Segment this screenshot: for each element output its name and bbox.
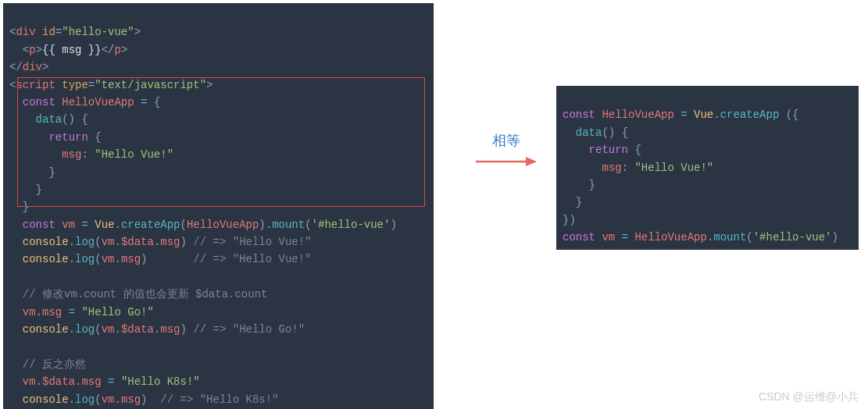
code-line: // 反之亦然 [9, 358, 86, 371]
code-line: vm.msg = "Hello Go!" [9, 306, 154, 318]
code-line: <p>{{ msg }}</p> [9, 44, 127, 56]
code-line: console.log(vm.$data.msg) // => "Hello G… [9, 323, 305, 336]
code-line: msg: "Hello Vue!" [563, 162, 713, 174]
code-line: </div> [9, 61, 48, 73]
code-line: const HelloVueApp = { [9, 96, 160, 108]
left-code-block: <div id="hello-vue"> <p>{{ msg }}</p> </… [3, 3, 434, 409]
code-line [9, 340, 16, 353]
code-line: console.log(vm.msg) // => "Hello Vue!" [9, 253, 312, 265]
code-line: const vm = Vue.createApp(HelloVueApp).mo… [9, 219, 397, 231]
code-line: return { [563, 144, 641, 156]
code-line: data() { [9, 113, 88, 126]
code-line: <div id="hello-vue"> [9, 26, 141, 38]
code-line: data() { [563, 126, 628, 139]
equals-arrow: 相等 [474, 131, 538, 169]
code-line: } [9, 201, 29, 213]
watermark: CSDN @运维@小兵 [759, 390, 859, 404]
code-line: vm.$data.msg = "Hello K8s!" [9, 375, 200, 388]
code-line: return { [9, 131, 102, 144]
code-line: const vm = HelloVueApp.mount('#hello-vue… [563, 231, 838, 244]
code-line: } [9, 166, 55, 179]
right-code-block: const HelloVueApp = Vue.createApp ({ dat… [556, 86, 859, 250]
code-line: console.log(vm.msg) // => "Hello K8s!" [9, 393, 279, 406]
code-line: const HelloVueApp = Vue.createApp ({ [563, 108, 799, 121]
code-line [9, 271, 16, 283]
code-line: console.log(vm.$data.msg) // => "Hello V… [9, 236, 312, 248]
code-line: } [563, 196, 582, 208]
code-line: } [9, 183, 42, 196]
code-line: }) [563, 214, 576, 226]
arrow-label: 相等 [474, 131, 538, 150]
code-line: } [563, 179, 595, 191]
code-line: msg: "Hello Vue!" [9, 148, 173, 161]
svg-marker-1 [526, 157, 537, 166]
code-line: // 修改vm.count 的值也会更新 $data.count [9, 288, 267, 301]
code-line: <script type="text/javascript"> [9, 79, 213, 91]
arrow-icon [474, 155, 538, 169]
